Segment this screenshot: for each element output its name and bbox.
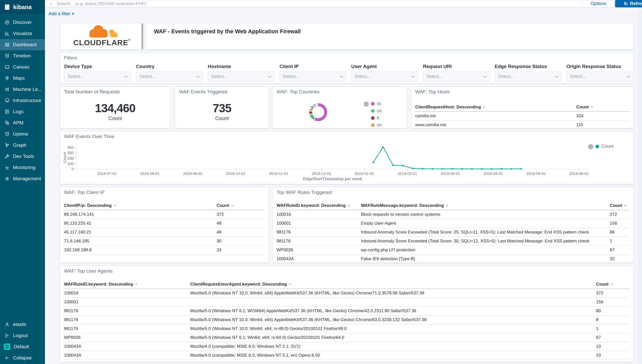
table-cell: 372 (610, 212, 630, 217)
scrollbar[interactable] (638, 8, 642, 364)
sidebar-item-machine-le[interactable]: Machine Le... (0, 84, 45, 95)
table-cell: 100001 (277, 221, 361, 226)
filter-label-request-uri: Request URI (423, 64, 490, 69)
cloudflare-logo: CLOUDFLARE® (60, 24, 144, 47)
panel-title-top-countries: WAF: Top Countries (277, 89, 319, 95)
table-cell: 115 (576, 122, 630, 127)
table-header-row: ClientIP.ip: DescendingCount (64, 201, 264, 210)
filter-label-origin-response-status: Origin Response Status (567, 64, 633, 69)
column-header-wafrulemessage-keyword-descending[interactable]: WAFRuleMessage.keyword: Descending (361, 203, 610, 208)
sidebar-item-timelion[interactable]: Timelion (0, 50, 45, 61)
table-cell: 981176 (64, 326, 190, 331)
column-header-wafruleid-keyword-descending[interactable]: WAFRuleID.keyword: Descending (277, 203, 361, 208)
sidebar-item-maps[interactable]: Maps (0, 73, 45, 84)
sidebar-item-dashboard[interactable]: Dashboard (0, 39, 45, 50)
legend-item-us[interactable]: us (371, 108, 382, 113)
options-button[interactable]: Options (582, 0, 615, 7)
legend-collapse-icon[interactable]: › (364, 102, 369, 107)
column-header-label: WAFRuleID.keyword: Descending (277, 203, 346, 208)
filter-placeholder: Select... (355, 74, 371, 79)
table-cell: 1 (596, 326, 630, 331)
column-header-label: Count (596, 282, 608, 287)
filter-label-hostname: Hostname (208, 64, 274, 69)
filter-label-country: Country (136, 64, 203, 69)
table-row: 981176Inbound Anomaly Score Exceeded (To… (277, 237, 630, 246)
column-header-count[interactable]: Count (576, 105, 630, 110)
add-filter-link[interactable]: Add a filter + (49, 11, 74, 16)
table-cell: 20 (610, 256, 630, 261)
sidebar-item-logs[interactable]: Logs (0, 106, 45, 117)
chevron-down-icon (483, 74, 487, 77)
sidebar-footer-elastic[interactable]: elastic (0, 319, 45, 330)
refresh-button[interactable]: ↻ Refresh (615, 0, 642, 7)
sidebar-item-uptime[interactable]: Uptime (0, 128, 45, 140)
kibana-logo[interactable]: kibana (0, 0, 45, 14)
filter-select-country[interactable]: Select... (136, 72, 203, 81)
legend-item-sc[interactable]: sc (371, 101, 381, 106)
table-cell: 100043A (277, 256, 361, 261)
panel-title-waf-events: WAF Events Triggered (179, 89, 227, 95)
column-header-clientip-ip-descending[interactable]: ClientIP.ip: Descending (64, 203, 217, 208)
filter-select-origin-response-status[interactable]: Select... (567, 72, 633, 81)
table-row: 100043AFalse IE6 detection [Type B]20 (277, 255, 630, 263)
column-header-count[interactable]: Count (596, 282, 630, 287)
sidebar-item-monitoring[interactable]: Monitoring (0, 162, 45, 173)
panel-resize-handle[interactable] (141, 23, 143, 49)
table-cell: 8 (596, 317, 630, 322)
sidebar-item-label: Timelion (13, 53, 31, 59)
sort-icon (483, 105, 486, 109)
table-cell: 100016 (64, 291, 190, 296)
column-header-count[interactable]: Count (217, 203, 264, 208)
sidebar-item-visualize[interactable]: Visualize (0, 28, 45, 39)
column-header-label: Count (217, 203, 229, 208)
filter-origin-response-status: Origin Response StatusSelect... (567, 64, 633, 81)
filter-select-client-ip[interactable]: Select... (280, 72, 346, 81)
table-header-row: ClientRequestHost: DescendingCount (415, 103, 630, 112)
sidebar-footer-default[interactable]: DDefault (0, 341, 45, 352)
sidebar-footer-label: Collapse (13, 355, 32, 361)
table-cell: 156 (610, 221, 630, 226)
filter-placeholder: Select... (283, 74, 299, 79)
legend-item-vn[interactable]: vn (371, 122, 382, 128)
filter-select-edge-response-status[interactable]: Select... (495, 72, 561, 81)
filter-select-hostname[interactable]: Select... (208, 72, 274, 81)
legend-dot (371, 116, 375, 120)
filter-select-user-agent[interactable]: Select... (351, 72, 418, 81)
legend-item-it[interactable]: it (371, 115, 379, 121)
sort-icon (135, 282, 138, 287)
filter-select-device-type[interactable]: Select... (64, 72, 131, 81)
waf-events-line-chart[interactable]: 01002003004002018-07-012018-08-012018-09… (60, 131, 634, 184)
cloudflare-cloud-icon (70, 24, 134, 39)
sidebar-footer-logout[interactable]: Logout (0, 330, 45, 341)
sort-icon (624, 203, 627, 208)
panel-title-filters: Filters (64, 55, 77, 61)
column-header-wafruleid-keyword-descending[interactable]: WAFRuleID.keyword: Descending (64, 282, 190, 287)
sidebar-item-label: Dev Tools (13, 154, 34, 159)
kibana-logo-icon (4, 4, 11, 11)
table-cell: 10 (596, 353, 630, 358)
sidebar-item-management[interactable]: Management (0, 173, 45, 184)
default-space-badge: D (4, 343, 10, 350)
column-header-count[interactable]: Count (610, 203, 630, 208)
column-header-clientrequesthost-descending[interactable]: ClientRequestHost: Descending (415, 105, 576, 110)
maps-icon (5, 76, 10, 81)
sidebar-footer-collapse[interactable]: Collapse (0, 352, 45, 363)
legend-collapse-icon[interactable]: › (588, 144, 593, 149)
refresh-label: Refresh (630, 1, 642, 6)
sidebar-item-infrastructure[interactable]: Infrastructure (0, 95, 45, 106)
kibana-dashboard-screen: kibana DiscoverVisualizeDashboardTimelio… (0, 0, 642, 364)
filter-select-request-uri[interactable]: Select... (423, 72, 490, 81)
svg-text:EdgeStartTimestamp per week: EdgeStartTimestamp per week (303, 177, 362, 181)
sidebar-item-apm[interactable]: APM (0, 117, 45, 128)
legend-item-count[interactable]: Count (596, 144, 614, 149)
table-cell: www.camilia.me (415, 122, 576, 127)
sidebar-item-dev-tools[interactable]: Dev Tools (0, 151, 45, 162)
search-input[interactable]: >_ Search... (e.g. status:200 AND extens… (46, 0, 585, 7)
sidebar-item-discover[interactable]: Discover (0, 17, 45, 28)
panel-title-total-requests: Total Number of Requests (64, 89, 120, 95)
svg-text:2019-03-01: 2019-03-01 (441, 171, 460, 176)
sidebar-item-canvas[interactable]: Canvas (0, 61, 45, 73)
sidebar-item-graph[interactable]: Graph (0, 140, 45, 151)
column-header-clientrequestuseragent-keyword-descending[interactable]: ClientRequestUserAgent.keyword: Descendi… (190, 282, 596, 287)
metric-label-waf-events: Count (175, 115, 269, 121)
